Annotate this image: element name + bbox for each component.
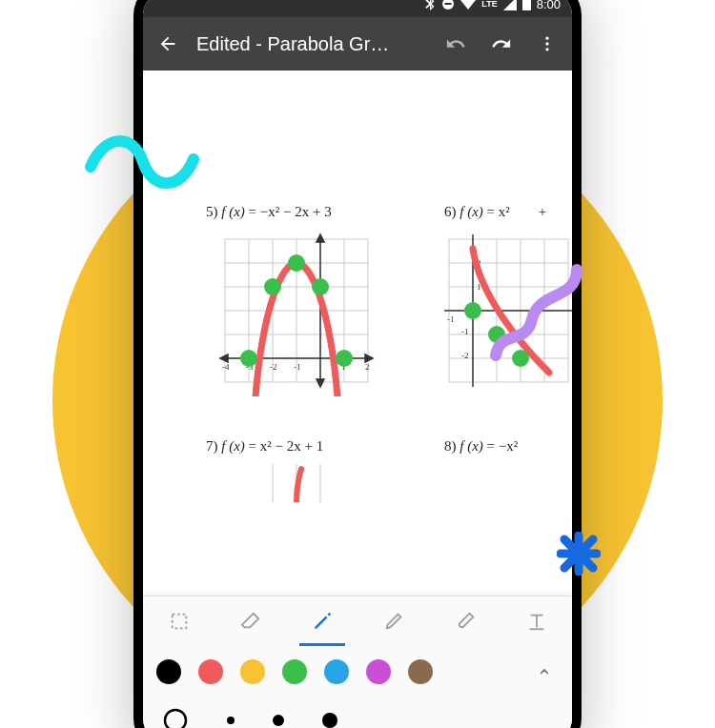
- svg-point-36: [312, 278, 329, 295]
- undo-button[interactable]: [439, 27, 473, 61]
- text-tool[interactable]: [500, 597, 572, 646]
- eraser-tool[interactable]: [214, 597, 286, 646]
- svg-rect-64: [172, 615, 186, 629]
- wifi-icon: [460, 0, 476, 10]
- squiggle-purple: [486, 262, 601, 367]
- problem-7: 7) f (x) = x² − 2x + 1: [206, 438, 406, 506]
- size-large[interactable]: [322, 713, 337, 728]
- problem-6-eq: = x²: [483, 204, 510, 219]
- problem-6-tail: +: [535, 204, 546, 219]
- size-medium[interactable]: [273, 715, 284, 726]
- problem-8-num: 8): [444, 438, 457, 454]
- color-row: [143, 646, 572, 698]
- problem-8-eq: = −x²: [483, 438, 518, 454]
- svg-point-33: [240, 350, 257, 367]
- redo-button[interactable]: [484, 27, 519, 61]
- battery-icon: [522, 0, 531, 10]
- back-button[interactable]: [151, 27, 185, 61]
- problem-8-fx: f (x): [460, 438, 483, 454]
- svg-text:-1: -1: [461, 327, 469, 336]
- squiggle-cyan: [81, 129, 205, 195]
- problem-7-eq: = x² − 2x + 1: [245, 438, 323, 454]
- problem-5: 5) f (x) = −x² − 2x + 3: [206, 204, 406, 400]
- canvas-area[interactable]: 5) f (x) = −x² − 2x + 3: [143, 71, 572, 728]
- color-blue[interactable]: [324, 659, 349, 684]
- page-title: Edited - Parabola Gr…: [196, 33, 427, 55]
- svg-point-10: [545, 48, 548, 51]
- tool-dock: [143, 596, 572, 728]
- svg-text:-4: -4: [222, 362, 230, 372]
- asterisk-blue: [557, 532, 601, 576]
- signal-icon: [503, 0, 517, 10]
- app-bar: Edited - Parabola Gr…: [143, 17, 572, 71]
- svg-point-37: [336, 350, 353, 367]
- svg-text:-2: -2: [461, 351, 469, 360]
- problem-6-num: 6): [444, 204, 457, 219]
- color-black[interactable]: [156, 659, 181, 684]
- bluetooth-icon: [424, 0, 436, 10]
- svg-point-35: [288, 254, 305, 272]
- color-yellow[interactable]: [240, 659, 265, 684]
- svg-rect-5: [445, 3, 452, 5]
- svg-point-34: [264, 278, 281, 295]
- svg-point-66: [165, 710, 186, 728]
- clock: 8:00: [537, 0, 561, 11]
- color-red[interactable]: [198, 659, 223, 684]
- problem-7-num: 7): [206, 438, 218, 454]
- svg-text:2: 2: [365, 362, 370, 372]
- graph-7: [206, 464, 406, 506]
- svg-text:-1: -1: [294, 362, 301, 372]
- svg-text:-2: -2: [270, 362, 277, 372]
- network-icon: LTE: [481, 0, 497, 9]
- highlighter-tool[interactable]: [429, 597, 500, 646]
- problem-5-fx: f (x): [221, 204, 245, 219]
- problem-7-fx: f (x): [221, 438, 245, 454]
- color-brown[interactable]: [408, 659, 433, 684]
- size-ring[interactable]: [162, 707, 189, 728]
- svg-text:-1: -1: [447, 314, 455, 324]
- select-tool[interactable]: [143, 597, 214, 646]
- marker-tool[interactable]: [358, 597, 429, 646]
- svg-rect-6: [522, 0, 531, 10]
- svg-point-9: [545, 42, 548, 45]
- problem-8: 8) f (x) = −x²: [444, 438, 557, 506]
- expand-colors-button[interactable]: [530, 657, 559, 686]
- size-row: [143, 698, 572, 728]
- problem-5-num: 5): [206, 204, 218, 219]
- graph-5: -4-3-2-1 12: [206, 230, 406, 400]
- overflow-menu-button[interactable]: [530, 27, 564, 61]
- status-bar: LTE 8:00: [143, 0, 572, 17]
- pen-tool[interactable]: [286, 597, 358, 646]
- svg-point-58: [464, 302, 481, 319]
- color-green[interactable]: [282, 659, 307, 684]
- svg-point-8: [545, 37, 548, 40]
- size-small[interactable]: [227, 717, 235, 724]
- color-purple[interactable]: [366, 659, 391, 684]
- problem-6-fx: f (x): [460, 204, 483, 219]
- tool-row: [143, 597, 572, 646]
- dnd-icon: [441, 0, 455, 10]
- problem-5-eq: = −x² − 2x + 3: [245, 204, 332, 219]
